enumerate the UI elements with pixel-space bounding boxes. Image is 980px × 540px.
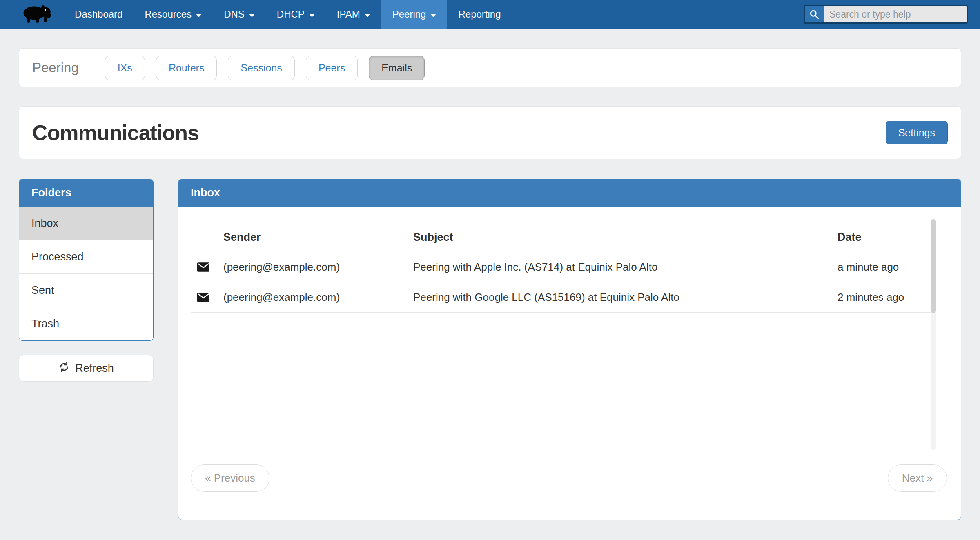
mail-table: Sender Subject Date (peering@example.com… [191, 225, 932, 313]
nav-item-dashboard[interactable]: Dashboard [64, 0, 134, 29]
top-navbar: Dashboard Resources DNS DHCP IPAM Peerin… [0, 0, 980, 29]
nav-item-dns[interactable]: DNS [213, 0, 266, 29]
subnav-title: Peering [32, 60, 79, 76]
next-page-button[interactable]: Next » [888, 464, 947, 492]
tab-ixs[interactable]: IXs [105, 56, 145, 80]
inbox-panel-header: Inbox [178, 179, 961, 207]
folder-label: Trash [31, 318, 59, 330]
previous-page-button[interactable]: « Previous [191, 464, 270, 492]
envelope-icon [191, 262, 223, 272]
hippo-logo-icon [20, 3, 52, 25]
row-sender: (peering@example.com) [223, 261, 413, 273]
global-search [804, 5, 968, 24]
table-row[interactable]: (peering@example.com) Peering with Googl… [191, 282, 932, 313]
chevron-down-icon [365, 14, 370, 17]
chevron-down-icon [249, 14, 255, 17]
nav-label: Peering [392, 9, 426, 20]
row-date: 2 minutes ago [837, 291, 932, 304]
tab-sessions[interactable]: Sessions [228, 56, 294, 80]
folders-panel-header: Folders [19, 179, 153, 207]
scrollbar[interactable] [931, 219, 936, 450]
main-navigation: Dashboard Resources DNS DHCP IPAM Peerin… [64, 0, 512, 29]
nav-item-resources[interactable]: Resources [134, 0, 213, 29]
peering-subnav: Peering IXs Routers Sessions Peers Email… [19, 48, 961, 87]
nav-label: DNS [224, 9, 245, 20]
content-area: Folders Inbox Processed Sent Trash [19, 179, 961, 520]
communications-header: Communications Settings [19, 106, 961, 159]
app-logo[interactable] [0, 0, 64, 29]
column-header-sender: Sender [223, 231, 413, 244]
inbox-panel: Inbox Sender Subject Date (peering@examp… [178, 179, 961, 520]
settings-button[interactable]: Settings [886, 121, 948, 144]
nav-item-reporting[interactable]: Reporting [447, 0, 512, 29]
nav-item-dhcp[interactable]: DHCP [266, 0, 326, 29]
nav-item-peering[interactable]: Peering [381, 0, 448, 29]
row-subject: Peering with Google LLC (AS15169) at Equ… [413, 291, 837, 304]
table-row[interactable]: (peering@example.com) Peering with Apple… [191, 252, 932, 282]
nav-item-ipam[interactable]: IPAM [326, 0, 381, 29]
refresh-button[interactable]: Refresh [19, 355, 154, 382]
folder-label: Sent [31, 284, 54, 297]
folder-item-sent[interactable]: Sent [19, 273, 153, 307]
tab-emails[interactable]: Emails [369, 56, 425, 80]
row-sender: (peering@example.com) [223, 291, 413, 304]
folder-label: Processed [31, 251, 84, 263]
refresh-label: Refresh [75, 362, 114, 375]
chevron-down-icon [196, 14, 202, 17]
envelope-icon [191, 293, 223, 302]
scrollbar-thumb[interactable] [931, 219, 936, 313]
tab-peers[interactable]: Peers [306, 56, 358, 80]
folders-panel: Folders Inbox Processed Sent Trash [19, 179, 154, 341]
nav-label: Dashboard [75, 9, 122, 20]
folder-item-trash[interactable]: Trash [19, 307, 153, 340]
nav-label: Reporting [458, 9, 501, 20]
column-header-date: Date [837, 231, 932, 244]
row-subject: Peering with Apple Inc. (AS714) at Equin… [413, 261, 837, 273]
folder-item-inbox[interactable]: Inbox [19, 207, 153, 240]
refresh-icon [58, 361, 70, 376]
search-input[interactable] [824, 6, 967, 22]
folder-label: Inbox [31, 217, 58, 230]
chevron-down-icon [309, 14, 315, 17]
mail-table-header: Sender Subject Date [191, 225, 932, 252]
chevron-down-icon [430, 14, 436, 17]
nav-label: DHCP [277, 9, 305, 20]
page-title: Communications [32, 120, 199, 145]
row-date: a minute ago [837, 261, 932, 273]
folder-item-processed[interactable]: Processed [19, 240, 153, 273]
nav-label: Resources [145, 9, 192, 20]
search-icon[interactable] [805, 6, 824, 22]
nav-label: IPAM [337, 9, 360, 20]
column-header-subject: Subject [413, 231, 837, 244]
left-column: Folders Inbox Processed Sent Trash [19, 179, 154, 382]
tab-routers[interactable]: Routers [156, 56, 217, 80]
